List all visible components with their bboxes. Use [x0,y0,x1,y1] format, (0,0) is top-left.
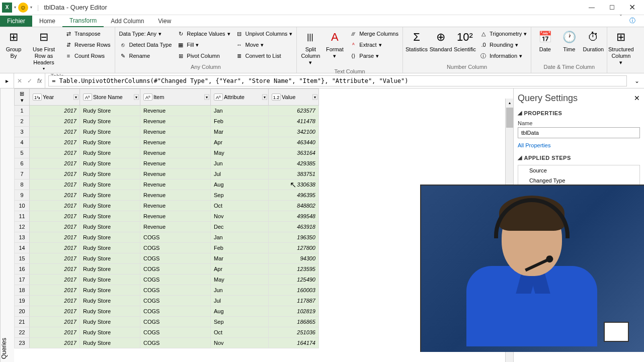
queries-sidebar-label[interactable]: Queries [0,88,14,362]
cell-year[interactable]: 2017 [30,169,80,179]
cell-attribute[interactable]: May [211,275,269,285]
col-header-value[interactable]: 1.2Value▾ [269,89,319,106]
cell-store[interactable]: Rudy Store [80,338,140,348]
col-header-store[interactable]: AᴮStore Name▾ [80,89,140,106]
cell-value[interactable]: 160003 [269,285,319,296]
move-button[interactable]: ↔Move ▾ [233,39,295,50]
cell-attribute[interactable]: Feb [211,243,269,253]
cell-value[interactable]: 429385 [269,158,319,169]
cell-year[interactable]: 2017 [30,148,80,158]
cell-item[interactable]: COGS [140,306,211,317]
cell-value[interactable]: 127800 [269,243,319,253]
table-row[interactable]: 3 2017 Rudy Store Revenue Mar 342100 [15,127,513,137]
row-number[interactable]: 16 [15,264,30,275]
cell-store[interactable]: Rudy Store [80,158,140,169]
cell-attribute[interactable]: Dec [211,222,269,232]
use-first-row-button[interactable]: ⊟ Use First Row as Headers ▾ [26,28,61,72]
step-changed-type[interactable]: Changed Type [518,175,639,186]
accept-formula-icon[interactable]: ✓ [27,77,32,84]
col-header-item[interactable]: AᴮItem▾ [140,89,211,106]
close-panel-icon[interactable]: ✕ [634,94,640,102]
cell-item[interactable]: Revenue [140,127,211,137]
row-number[interactable]: 3 [15,127,30,137]
cell-year[interactable]: 2017 [30,222,80,232]
filter-item-icon[interactable]: ▾ [204,95,209,100]
cell-year[interactable]: 2017 [30,285,80,296]
cell-store[interactable]: Rudy Store [80,243,140,253]
cell-item[interactable]: Revenue [140,169,211,179]
cell-year[interactable]: 2017 [30,243,80,253]
cell-attribute[interactable]: Sep [211,190,269,201]
cell-attribute[interactable]: Oct [211,201,269,211]
tab-transform[interactable]: Transform [62,15,104,27]
qat-dropdown-icon[interactable]: ▾ [14,5,16,10]
cell-attribute[interactable]: May [211,148,269,158]
table-row[interactable]: 5 2017 Rudy Store Revenue May 363164 [15,148,513,158]
cell-item[interactable]: Revenue [140,179,211,190]
cell-year[interactable]: 2017 [30,253,80,264]
select-all-button[interactable]: ⊞ ▾ [15,89,30,106]
cell-store[interactable]: Rudy Store [80,179,140,190]
row-number[interactable]: 5 [15,148,30,158]
detect-type-button[interactable]: ⎋Detect Data Type [117,39,174,50]
cell-item[interactable]: Revenue [140,148,211,158]
table-row[interactable]: 6 2017 Rudy Store Revenue Jun 429385 [15,158,513,169]
cell-year[interactable]: 2017 [30,306,80,317]
split-column-button[interactable]: ⫼ Split Column ▾ [299,28,322,67]
cell-store[interactable]: Rudy Store [80,190,140,201]
cell-year[interactable]: 2017 [30,106,80,116]
cell-year[interactable]: 2017 [30,116,80,127]
cell-attribute[interactable]: Jul [211,296,269,306]
statistics-button[interactable]: ΣStatistics [405,28,428,54]
cell-attribute[interactable]: Apr [211,137,269,148]
cell-store[interactable]: Rudy Store [80,275,140,285]
rename-button[interactable]: ✎Rename [117,50,174,61]
row-number[interactable]: 15 [15,253,30,264]
rounding-button[interactable]: .0Rounding ▾ [477,39,529,50]
all-properties-link[interactable]: All Properties [518,142,640,148]
cancel-formula-icon[interactable]: ✕ [17,77,22,84]
cell-item[interactable]: COGS [140,243,211,253]
cell-year[interactable]: 2017 [30,296,80,306]
unpivot-button[interactable]: ⊟Unpivot Columns ▾ [233,28,295,39]
cell-item[interactable]: COGS [140,275,211,285]
cell-store[interactable]: Rudy Store [80,222,140,232]
cell-value[interactable]: 94300 [269,253,319,264]
parse-button[interactable]: ⟨⟩Parse ▾ [347,50,400,61]
trigonometry-button[interactable]: △Trigonometry ▾ [477,28,529,39]
cell-attribute[interactable]: Aug [211,179,269,190]
row-number[interactable]: 20 [15,306,30,317]
row-number[interactable]: 10 [15,201,30,211]
reverse-rows-button[interactable]: ⇵Reverse Rows [62,39,113,50]
pivot-button[interactable]: ⊞Pivot Column [175,50,232,61]
cell-item[interactable]: Revenue [140,211,211,222]
filter-store-icon[interactable]: ▾ [134,95,139,100]
cell-year[interactable]: 2017 [30,179,80,190]
cell-store[interactable]: Rudy Store [80,137,140,148]
cell-store[interactable]: Rudy Store [80,106,140,116]
cell-year[interactable]: 2017 [30,338,80,348]
minimize-button[interactable]: ― [582,1,602,15]
cell-store[interactable]: Rudy Store [80,169,140,179]
structured-column-button[interactable]: ⊞Structured Column ▾ [609,28,632,67]
row-number[interactable]: 12 [15,222,30,232]
cell-item[interactable]: Revenue [140,106,211,116]
cell-year[interactable]: 2017 [30,264,80,275]
scroll-thumb[interactable] [506,108,513,128]
standard-button[interactable]: ⊕Standard [429,28,452,54]
cell-value[interactable]: 848802 [269,201,319,211]
cell-value[interactable]: 496395 [269,190,319,201]
cell-store[interactable]: Rudy Store [80,148,140,158]
row-number[interactable]: 19 [15,296,30,306]
cell-attribute[interactable]: Jul [211,169,269,179]
cell-year[interactable]: 2017 [30,190,80,201]
filter-year-icon[interactable]: ▾ [73,95,78,100]
filter-attr-icon[interactable]: ▾ [262,95,267,100]
maximize-button[interactable]: ☐ [602,1,622,15]
cell-value[interactable]: 499548 [269,211,319,222]
cell-value[interactable]: 251036 [269,327,319,338]
qat-dropdown2-icon[interactable]: ▾ [30,5,32,10]
row-number[interactable]: 6 [15,158,30,169]
expand-formula-icon[interactable]: ⌄ [630,77,644,84]
table-row[interactable]: 7 2017 Rudy Store Revenue Jul 383751 [15,169,513,179]
